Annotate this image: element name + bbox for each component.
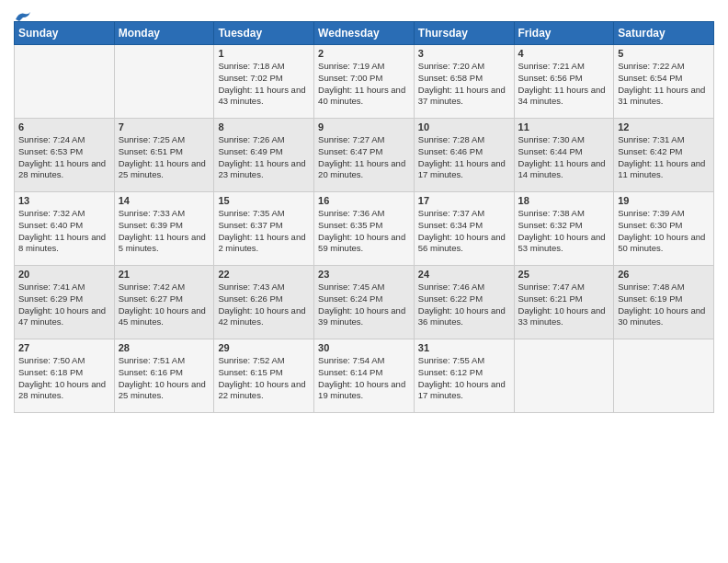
calendar-cell: 6Sunrise: 7:24 AM Sunset: 6:53 PM Daylig… (15, 119, 115, 192)
day-number: 2 (318, 48, 410, 59)
day-header-tuesday: Tuesday (214, 22, 314, 45)
cell-content: Sunrise: 7:21 AM Sunset: 6:56 PM Dayligh… (518, 61, 610, 108)
day-number: 28 (119, 342, 210, 353)
calendar-cell: 26Sunrise: 7:48 AM Sunset: 6:19 PM Dayli… (614, 266, 714, 339)
day-header-sunday: Sunday (15, 22, 115, 45)
week-row-2: 6Sunrise: 7:24 AM Sunset: 6:53 PM Daylig… (15, 119, 714, 192)
page-header (14, 9, 714, 14)
cell-content: Sunrise: 7:30 AM Sunset: 6:44 PM Dayligh… (518, 134, 610, 181)
cell-content: Sunrise: 7:48 AM Sunset: 6:19 PM Dayligh… (618, 282, 710, 328)
calendar-cell: 9Sunrise: 7:27 AM Sunset: 6:47 PM Daylig… (314, 119, 415, 192)
calendar-cell: 14Sunrise: 7:33 AM Sunset: 6:39 PM Dayli… (114, 192, 214, 266)
cell-content: Sunrise: 7:24 AM Sunset: 6:53 PM Dayligh… (18, 134, 110, 181)
cell-content: Sunrise: 7:50 AM Sunset: 6:18 PM Dayligh… (18, 355, 110, 402)
day-header-friday: Friday (514, 22, 614, 45)
cell-content: Sunrise: 7:33 AM Sunset: 6:39 PM Dayligh… (119, 208, 210, 255)
day-number: 27 (18, 342, 110, 353)
day-header-monday: Monday (114, 22, 214, 45)
cell-content: Sunrise: 7:27 AM Sunset: 6:47 PM Dayligh… (318, 134, 410, 181)
day-number: 22 (218, 269, 310, 280)
cell-content: Sunrise: 7:52 AM Sunset: 6:15 PM Dayligh… (218, 355, 310, 402)
calendar-body: 1Sunrise: 7:18 AM Sunset: 7:02 PM Daylig… (15, 45, 714, 413)
day-number: 11 (518, 121, 610, 132)
calendar-cell: 10Sunrise: 7:28 AM Sunset: 6:46 PM Dayli… (414, 119, 514, 192)
calendar-cell (15, 45, 115, 119)
calendar-cell: 4Sunrise: 7:21 AM Sunset: 6:56 PM Daylig… (514, 45, 614, 119)
day-number: 9 (318, 121, 410, 132)
day-number: 20 (18, 269, 110, 280)
calendar-cell: 31Sunrise: 7:55 AM Sunset: 6:12 PM Dayli… (414, 339, 514, 413)
day-number: 8 (218, 121, 310, 132)
day-number: 10 (418, 121, 510, 132)
day-header-thursday: Thursday (414, 22, 514, 45)
calendar-cell: 28Sunrise: 7:51 AM Sunset: 6:16 PM Dayli… (114, 339, 214, 413)
day-number: 14 (119, 195, 210, 206)
calendar-cell: 29Sunrise: 7:52 AM Sunset: 6:15 PM Dayli… (214, 339, 314, 413)
day-number: 12 (618, 121, 710, 132)
calendar-cell: 21Sunrise: 7:42 AM Sunset: 6:27 PM Dayli… (114, 266, 214, 339)
cell-content: Sunrise: 7:35 AM Sunset: 6:37 PM Dayligh… (218, 208, 310, 255)
cell-content: Sunrise: 7:18 AM Sunset: 7:02 PM Dayligh… (218, 61, 310, 108)
day-number: 23 (318, 269, 410, 280)
cell-content: Sunrise: 7:25 AM Sunset: 6:51 PM Dayligh… (119, 134, 210, 181)
calendar-cell: 20Sunrise: 7:41 AM Sunset: 6:29 PM Dayli… (15, 266, 115, 339)
calendar-cell: 18Sunrise: 7:38 AM Sunset: 6:32 PM Dayli… (514, 192, 614, 266)
cell-content: Sunrise: 7:55 AM Sunset: 6:12 PM Dayligh… (418, 355, 510, 402)
calendar-cell: 12Sunrise: 7:31 AM Sunset: 6:42 PM Dayli… (614, 119, 714, 192)
day-number: 29 (218, 342, 310, 353)
cell-content: Sunrise: 7:39 AM Sunset: 6:30 PM Dayligh… (618, 208, 710, 255)
cell-content: Sunrise: 7:45 AM Sunset: 6:24 PM Dayligh… (318, 282, 410, 328)
day-number: 13 (18, 195, 110, 206)
calendar-cell: 23Sunrise: 7:45 AM Sunset: 6:24 PM Dayli… (314, 266, 415, 339)
calendar-cell: 16Sunrise: 7:36 AM Sunset: 6:35 PM Dayli… (314, 192, 415, 266)
calendar-cell: 25Sunrise: 7:47 AM Sunset: 6:21 PM Dayli… (514, 266, 614, 339)
calendar-cell: 11Sunrise: 7:30 AM Sunset: 6:44 PM Dayli… (514, 119, 614, 192)
calendar-table: SundayMondayTuesdayWednesdayThursdayFrid… (14, 21, 714, 413)
day-number: 21 (119, 269, 210, 280)
calendar-cell: 22Sunrise: 7:43 AM Sunset: 6:26 PM Dayli… (214, 266, 314, 339)
cell-content: Sunrise: 7:31 AM Sunset: 6:42 PM Dayligh… (618, 134, 710, 181)
cell-content: Sunrise: 7:36 AM Sunset: 6:35 PM Dayligh… (318, 208, 410, 255)
week-row-4: 20Sunrise: 7:41 AM Sunset: 6:29 PM Dayli… (15, 266, 714, 339)
calendar-cell: 15Sunrise: 7:35 AM Sunset: 6:37 PM Dayli… (214, 192, 314, 266)
calendar-cell: 5Sunrise: 7:22 AM Sunset: 6:54 PM Daylig… (614, 45, 714, 119)
day-number: 4 (518, 48, 610, 59)
cell-content: Sunrise: 7:20 AM Sunset: 6:58 PM Dayligh… (418, 61, 510, 108)
week-row-1: 1Sunrise: 7:18 AM Sunset: 7:02 PM Daylig… (15, 45, 714, 119)
day-number: 6 (18, 121, 110, 132)
cell-content: Sunrise: 7:28 AM Sunset: 6:46 PM Dayligh… (418, 134, 510, 181)
day-number: 25 (518, 269, 610, 280)
calendar-cell: 27Sunrise: 7:50 AM Sunset: 6:18 PM Dayli… (15, 339, 115, 413)
day-header-saturday: Saturday (614, 22, 714, 45)
calendar-cell: 3Sunrise: 7:20 AM Sunset: 6:58 PM Daylig… (414, 45, 514, 119)
cell-content: Sunrise: 7:42 AM Sunset: 6:27 PM Dayligh… (119, 282, 210, 328)
day-header-wednesday: Wednesday (314, 22, 415, 45)
calendar-cell (514, 339, 614, 413)
calendar-cell: 19Sunrise: 7:39 AM Sunset: 6:30 PM Dayli… (614, 192, 714, 266)
calendar-cell: 2Sunrise: 7:19 AM Sunset: 7:00 PM Daylig… (314, 45, 415, 119)
cell-content: Sunrise: 7:22 AM Sunset: 6:54 PM Dayligh… (618, 61, 710, 108)
cell-content: Sunrise: 7:32 AM Sunset: 6:40 PM Dayligh… (18, 208, 110, 255)
calendar-cell: 1Sunrise: 7:18 AM Sunset: 7:02 PM Daylig… (214, 45, 314, 119)
day-number: 24 (418, 269, 510, 280)
calendar-cell: 17Sunrise: 7:37 AM Sunset: 6:34 PM Dayli… (414, 192, 514, 266)
calendar-cell: 30Sunrise: 7:54 AM Sunset: 6:14 PM Dayli… (314, 339, 415, 413)
cell-content: Sunrise: 7:38 AM Sunset: 6:32 PM Dayligh… (518, 208, 610, 255)
cell-content: Sunrise: 7:46 AM Sunset: 6:22 PM Dayligh… (418, 282, 510, 328)
calendar-cell: 24Sunrise: 7:46 AM Sunset: 6:22 PM Dayli… (414, 266, 514, 339)
cell-content: Sunrise: 7:37 AM Sunset: 6:34 PM Dayligh… (418, 208, 510, 255)
day-number: 31 (418, 342, 510, 353)
calendar-header: SundayMondayTuesdayWednesdayThursdayFrid… (15, 22, 714, 45)
calendar-cell (114, 45, 214, 119)
cell-content: Sunrise: 7:54 AM Sunset: 6:14 PM Dayligh… (318, 355, 410, 402)
cell-content: Sunrise: 7:41 AM Sunset: 6:29 PM Dayligh… (18, 282, 110, 328)
calendar-cell: 13Sunrise: 7:32 AM Sunset: 6:40 PM Dayli… (15, 192, 115, 266)
cell-content: Sunrise: 7:43 AM Sunset: 6:26 PM Dayligh… (218, 282, 310, 328)
day-number: 5 (618, 48, 710, 59)
cell-content: Sunrise: 7:51 AM Sunset: 6:16 PM Dayligh… (119, 355, 210, 402)
week-row-5: 27Sunrise: 7:50 AM Sunset: 6:18 PM Dayli… (15, 339, 714, 413)
calendar-cell (614, 339, 714, 413)
calendar-cell: 7Sunrise: 7:25 AM Sunset: 6:51 PM Daylig… (114, 119, 214, 192)
day-number: 26 (618, 269, 710, 280)
header-row: SundayMondayTuesdayWednesdayThursdayFrid… (15, 22, 714, 45)
